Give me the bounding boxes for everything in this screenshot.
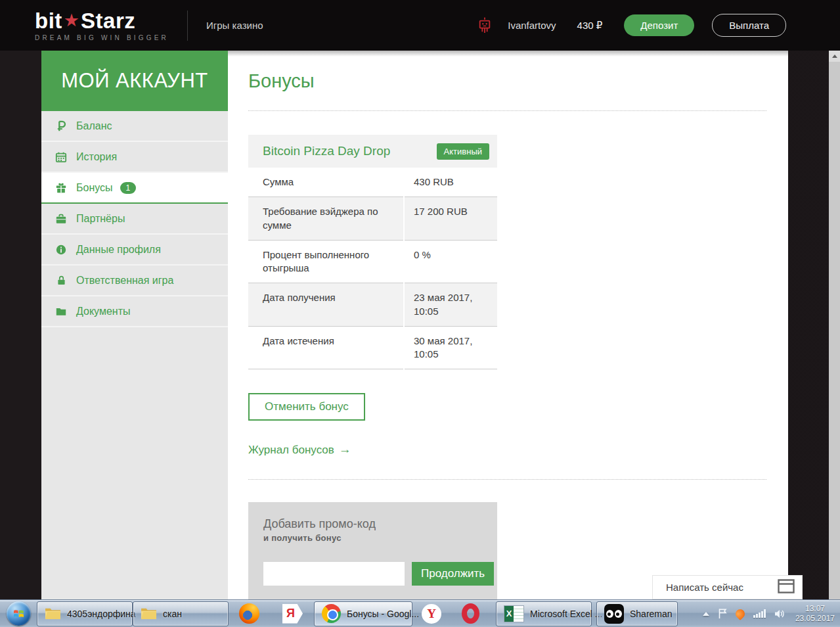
status-badge: Активный — [437, 143, 489, 160]
lock-icon — [55, 274, 68, 287]
flag-icon[interactable] — [718, 608, 727, 619]
taskbar-button-label: скан — [163, 609, 182, 619]
bitstarz-logo[interactable]: bit ★ Starz DREAM BIG WIN BIGGER — [35, 10, 169, 41]
sidebar-title: МОЙ АККАУНТ — [41, 51, 228, 111]
promo-title: Добавить промо-код — [263, 517, 497, 531]
row-label: Дата истечения — [248, 327, 403, 370]
deposit-button[interactable]: Депозит — [624, 14, 694, 36]
bonus-name: Bitcoin Pizza Day Drop — [263, 144, 390, 158]
tray-time: 13:07 — [795, 604, 835, 614]
account-sidebar: МОЙ АККАУНТ Баланс — [41, 51, 228, 599]
header-divider — [187, 11, 188, 41]
taskbar-folder-endorphina[interactable]: 4305эндорфина — [37, 601, 133, 626]
folder-icon — [55, 305, 68, 318]
robot-avatar-icon[interactable] — [477, 16, 492, 35]
firefox-icon[interactable] — [239, 603, 259, 624]
sidebar-item-partners[interactable]: Партнёры — [41, 204, 228, 235]
sidebar-item-bonuses[interactable]: Бонусы 1 — [41, 173, 228, 204]
page-body: МОЙ АККАУНТ Баланс — [0, 51, 840, 599]
folder-icon — [45, 607, 61, 620]
row-value: 17 200 RUB — [405, 197, 497, 241]
table-row: Сумма 430 RUB — [248, 168, 497, 197]
tray-clock[interactable]: 13:07 23.05.2017 — [795, 604, 835, 624]
opera-icon[interactable] — [462, 603, 479, 624]
payout-button[interactable]: Выплата — [712, 14, 786, 37]
briefcase-icon — [55, 212, 68, 225]
gift-icon — [55, 181, 68, 195]
page-scrollbar[interactable] — [829, 51, 840, 627]
sidebar-item-responsible-gaming[interactable]: Ответственная игра — [41, 266, 228, 296]
promo-code-input[interactable] — [263, 562, 405, 586]
signal-bars-icon[interactable] — [753, 609, 766, 618]
taskbar-shareman-window[interactable]: Shareman — [596, 601, 678, 626]
chat-window-icon — [778, 579, 795, 596]
taskbar-excel-window[interactable]: X Microsoft Excel ... — [496, 601, 592, 626]
taskbar-button-label: Shareman — [630, 609, 673, 619]
system-tray: 13:07 23.05.2017 — [703, 604, 835, 624]
main-content: Бонусы Bitcoin Pizza Day Drop Активный С… — [228, 51, 788, 599]
folder-icon — [141, 607, 157, 620]
info-icon — [55, 243, 68, 256]
avast-icon[interactable] — [736, 609, 745, 618]
ruble-icon — [55, 120, 68, 133]
table-row: Дата получения 23 мая 2017, 10:05 — [248, 283, 497, 327]
row-value: 30 мая 2017, 10:05 — [405, 327, 497, 370]
row-value: 0 % — [405, 241, 497, 284]
sidebar-item-documents[interactable]: Документы — [41, 296, 228, 327]
windows-start-icon[interactable] — [7, 601, 31, 626]
row-label: Процент выполненного отыгрыша — [248, 241, 403, 284]
logo-text-bit: bit — [35, 10, 62, 32]
logo-text-starz: Starz — [81, 10, 135, 32]
sidebar-item-history[interactable]: История — [41, 142, 228, 173]
windows-taskbar: 4305эндорфина скан Я Бонусы - Googl... Y — [0, 599, 840, 627]
yandex-search-icon[interactable]: Я — [282, 604, 303, 624]
sidebar-item-label: Ответственная игра — [76, 275, 173, 287]
sidebar-item-profile[interactable]: Данные профиля — [41, 235, 228, 266]
balance-amount: 430 ₽ — [577, 20, 603, 32]
promo-subtitle: и получить бонус — [263, 533, 497, 543]
username[interactable]: Ivanfartovy — [508, 20, 556, 31]
row-value: 23 мая 2017, 10:05 — [405, 283, 497, 327]
speaker-icon[interactable] — [774, 609, 785, 618]
taskbar-button-label: Бонусы - Googl... — [347, 609, 419, 619]
bonus-journal-link-label: Журнал бонусов — [248, 444, 334, 456]
bonus-count-badge: 1 — [120, 182, 137, 194]
bonus-journal-link[interactable]: Журнал бонусов→ — [248, 442, 351, 457]
screen: bit ★ Starz DREAM BIG WIN BIGGER Игры ка… — [0, 0, 840, 627]
divider — [248, 479, 766, 480]
row-label: Сумма — [248, 168, 403, 197]
calendar-icon — [55, 151, 68, 164]
sidebar-item-label: Бонусы — [76, 182, 113, 194]
table-row: Процент выполненного отыгрыша 0 % — [248, 241, 497, 284]
row-value: 430 RUB — [405, 168, 497, 197]
bonus-card: Bitcoin Pizza Day Drop Активный Сумма 43… — [248, 135, 497, 369]
bonus-card-header: Bitcoin Pizza Day Drop Активный — [248, 135, 497, 168]
table-row: Дата истечения 30 мая 2017, 10:05 — [248, 327, 497, 370]
yandex-browser-icon[interactable]: Y — [422, 604, 441, 624]
table-row: Требование вэйджера по сумме 17 200 RUB — [248, 197, 497, 241]
right-arrow-icon: → — [339, 442, 351, 456]
sidebar-item-label: Партнёры — [76, 213, 125, 225]
shareman-icon — [604, 604, 624, 624]
promo-submit-button[interactable]: Продолжить — [412, 562, 494, 586]
sidebar-item-label: Баланс — [76, 120, 112, 132]
page-title: Бонусы — [248, 70, 788, 92]
logo-tagline: DREAM BIG WIN BIGGER — [35, 34, 169, 41]
taskbar-chrome-window[interactable]: Бонусы - Googl... — [314, 601, 412, 626]
row-label: Требование вэйджера по сумме — [248, 197, 403, 241]
chevron-up-icon[interactable] — [703, 612, 709, 616]
taskbar-button-label: 4305эндорфина — [67, 609, 136, 619]
sidebar-item-balance[interactable]: Баланс — [41, 111, 228, 142]
chrome-icon — [322, 604, 341, 623]
nav-casino-games[interactable]: Игры казино — [206, 20, 263, 31]
excel-icon: X — [504, 605, 524, 622]
tray-date: 23.05.2017 — [795, 614, 835, 624]
scrollbar-thumb[interactable] — [829, 62, 840, 614]
cancel-bonus-button[interactable]: Отменить бонус — [248, 393, 365, 421]
live-chat-widget[interactable]: Написать сейчас — [652, 575, 803, 599]
scroll-up-button[interactable] — [829, 51, 840, 62]
taskbar-folder-scan[interactable]: скан — [133, 601, 229, 626]
promo-code-box: Добавить промо-код и получить бонус Прод… — [248, 502, 497, 601]
taskbar-button-label: Microsoft Excel ... — [530, 609, 602, 619]
star-icon: ★ — [64, 12, 79, 30]
